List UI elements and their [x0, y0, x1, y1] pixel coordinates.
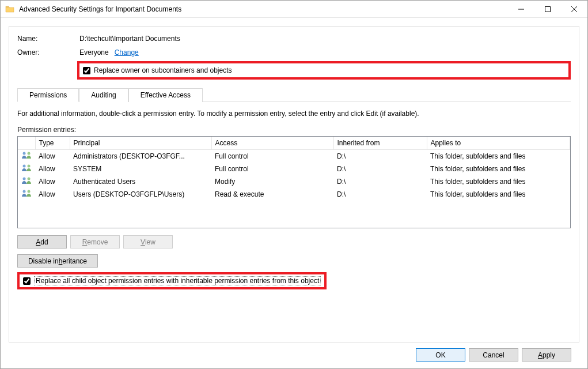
content-area: Name: D:\techcult\Important Documents Ow… — [1, 18, 587, 368]
view-button: View — [123, 235, 173, 248]
instruction-text: For additional information, double-click… — [17, 110, 571, 118]
cell-applies: This folder, subfolders and files — [427, 175, 570, 188]
users-icon — [18, 150, 35, 163]
folder-icon — [5, 5, 14, 14]
cell-inherited: D:\ — [333, 175, 427, 188]
change-owner-link[interactable]: Change — [115, 48, 139, 57]
cell-inherited: D:\ — [333, 188, 427, 201]
tab-permissions[interactable]: Permissions — [17, 88, 79, 102]
replace-owner-highlight: Replace owner on subcontainers and objec… — [77, 61, 571, 80]
cell-principal: Users (DESKTOP-O3FGFLP\Users) — [70, 188, 211, 201]
dialog-footer: OK Cancel Apply — [9, 342, 579, 368]
table-row[interactable]: AllowAuthenticated UsersModifyD:\This fo… — [18, 175, 570, 188]
svg-point-5 — [28, 152, 31, 155]
ok-button[interactable]: OK — [416, 348, 465, 362]
col-type-header[interactable]: Type — [35, 137, 70, 150]
table-header-row: Type Principal Access Inherited from App… — [18, 137, 570, 150]
col-applies-header[interactable]: Applies to — [427, 137, 570, 150]
name-row: Name: D:\techcult\Important Documents — [17, 35, 571, 43]
cell-access: Full control — [211, 163, 333, 175]
users-icon — [18, 175, 35, 188]
permission-table[interactable]: Type Principal Access Inherited from App… — [17, 136, 571, 228]
svg-point-9 — [28, 178, 31, 180]
owner-value: Everyone — [79, 48, 109, 57]
inner-panel: Name: D:\techcult\Important Documents Ow… — [9, 26, 579, 342]
maximize-button[interactable] — [534, 1, 561, 18]
cell-type: Allow — [35, 188, 70, 201]
entry-buttons-row: Add Remove View — [17, 235, 571, 248]
security-settings-window: Advanced Security Settings for Important… — [0, 0, 588, 369]
window-controls — [508, 1, 587, 18]
close-button[interactable] — [561, 1, 587, 18]
tab-strip: Permissions Auditing Effective Access — [17, 88, 571, 101]
cell-inherited: D:\ — [333, 150, 427, 163]
tab-body: For additional information, double-click… — [17, 101, 571, 336]
cancel-button[interactable]: Cancel — [469, 348, 518, 362]
cell-access: Modify — [211, 175, 333, 188]
minimize-button[interactable] — [508, 1, 534, 18]
svg-point-6 — [23, 165, 26, 168]
cell-type: Allow — [35, 163, 70, 175]
table-row[interactable]: AllowSYSTEMFull controlD:\This folder, s… — [18, 163, 570, 175]
svg-point-7 — [28, 165, 31, 168]
name-label: Name: — [17, 35, 79, 43]
cell-access: Read & execute — [211, 188, 333, 201]
cell-type: Allow — [35, 175, 70, 188]
window-title: Advanced Security Settings for Important… — [19, 5, 508, 13]
table-row[interactable]: AllowUsers (DESKTOP-O3FGFLP\Users)Read &… — [18, 188, 570, 201]
cell-applies: This folder, subfolders and files — [427, 188, 570, 201]
col-principal-header[interactable]: Principal — [70, 137, 211, 150]
cell-access: Full control — [211, 150, 333, 163]
owner-row: Owner: Everyone Change — [17, 48, 571, 57]
replace-child-row: Replace all child object permission entr… — [17, 273, 571, 289]
svg-rect-1 — [545, 6, 551, 12]
cell-type: Allow — [35, 150, 70, 163]
titlebar: Advanced Security Settings for Important… — [1, 1, 587, 18]
replace-child-label: Replace all child object permission entr… — [34, 276, 321, 285]
replace-owner-label: Replace owner on subcontainers and objec… — [94, 66, 232, 74]
inheritance-row: Disable inheritance — [17, 254, 571, 268]
add-button[interactable]: Add — [17, 235, 67, 248]
col-icon-header[interactable] — [18, 137, 35, 150]
cell-principal: Administrators (DESKTOP-O3FGF... — [70, 150, 211, 163]
tab-auditing[interactable]: Auditing — [79, 88, 128, 102]
cell-applies: This folder, subfolders and files — [427, 163, 570, 175]
tab-effective-access[interactable]: Effective Access — [128, 88, 203, 102]
permission-entries-label: Permission entries: — [17, 126, 571, 134]
svg-point-11 — [28, 190, 31, 193]
disable-inheritance-button[interactable]: Disable inheritance — [17, 254, 98, 268]
table-row[interactable]: AllowAdministrators (DESKTOP-O3FGF...Ful… — [18, 150, 570, 163]
replace-owner-checkbox[interactable] — [83, 67, 90, 74]
svg-point-4 — [23, 152, 26, 155]
apply-button[interactable]: Apply — [522, 348, 571, 362]
cell-inherited: D:\ — [333, 163, 427, 175]
col-inherited-header[interactable]: Inherited from — [333, 137, 427, 150]
cell-principal: Authenticated Users — [70, 175, 211, 188]
name-value: D:\techcult\Important Documents — [79, 35, 180, 43]
users-icon — [18, 188, 35, 201]
cell-principal: SYSTEM — [70, 163, 211, 175]
cell-applies: This folder, subfolders and files — [427, 150, 570, 163]
replace-child-checkbox[interactable] — [23, 277, 31, 285]
owner-label: Owner: — [17, 48, 79, 57]
svg-point-8 — [23, 178, 26, 180]
svg-point-10 — [23, 190, 26, 193]
users-icon — [18, 163, 35, 175]
remove-button: Remove — [70, 235, 120, 248]
col-access-header[interactable]: Access — [211, 137, 333, 150]
